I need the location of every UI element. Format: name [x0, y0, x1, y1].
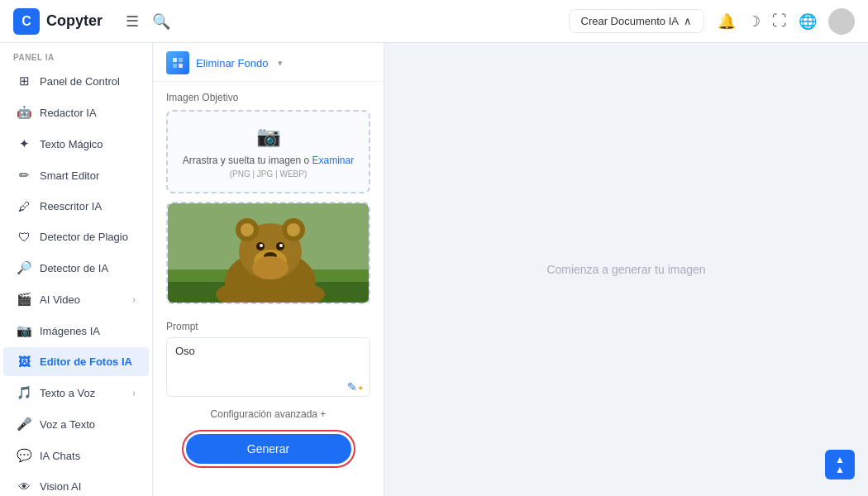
chevron-right-icon: › [132, 294, 136, 304]
sidebar-item-vision-ai[interactable]: 👁 Vision AI [3, 472, 149, 496]
sidebar-item-ia-chats[interactable]: 💬 IA Chats [3, 441, 149, 470]
logo-area: C Copyter [13, 8, 103, 35]
sidebar-item-label: Voz a Texto [40, 418, 136, 431]
svg-rect-2 [173, 64, 177, 68]
svg-rect-3 [179, 64, 183, 68]
fullscreen-icon[interactable]: ⛶ [772, 12, 787, 30]
sidebar-item-label: Vision AI [40, 480, 136, 493]
header-right: Crear Documento IA ∧ 🔔 ☽ ⛶ 🌐 [569, 8, 856, 35]
sidebar: PANEL IA ⊞ Panel de Control 🤖 Redactor I… [0, 43, 153, 496]
sidebar-item-detector-plagio[interactable]: 🛡 Detector de Plagio [3, 222, 149, 251]
logo-box: C [13, 8, 40, 35]
chevron-up-icon: ∧ [684, 15, 692, 27]
examinar-link[interactable]: Examinar [312, 155, 355, 166]
editor-fotos-icon: 🖼 [17, 355, 31, 369]
crear-documento-button[interactable]: Crear Documento IA ∧ [569, 9, 705, 33]
upload-text: Arrastra y suelta tu imagen o Examinar [181, 155, 355, 166]
config-avanzada[interactable]: Configuración avanzada + [153, 403, 384, 425]
sidebar-item-imagenes-ia[interactable]: 📷 Imágenes IA [3, 316, 149, 346]
panel-control-icon: ⊞ [17, 74, 31, 88]
sidebar-item-redactor-ia[interactable]: 🤖 Redactor IA [3, 98, 149, 127]
menu-icon[interactable]: ☰ [126, 12, 139, 31]
sidebar-item-ai-video[interactable]: 🎬 AI Video › [3, 284, 149, 314]
svg-rect-0 [173, 58, 177, 62]
redactor-ia-icon: 🤖 [17, 105, 31, 120]
chevron-right-icon: › [132, 388, 136, 398]
sidebar-item-label: AI Video [40, 293, 124, 306]
prompt-edit-icon: ✎✦ [347, 380, 364, 393]
prompt-label: Prompt [166, 321, 370, 332]
header-action-icons: 🔔 ☽ ⛶ 🌐 [718, 8, 855, 35]
upload-formats: (PNG | JPG | WEBP) [181, 169, 355, 179]
sidebar-item-label: Panel de Control [40, 75, 136, 88]
voz-a-texto-icon: 🎤 [17, 417, 31, 432]
vision-ai-icon: 👁 [17, 479, 31, 494]
generar-wrapper: Generar [153, 425, 384, 473]
imagenes-ia-icon: 📷 [17, 323, 31, 338]
avatar[interactable] [828, 8, 855, 35]
remove-bg-item[interactable]: Eliminar Fondo ▾ [166, 51, 370, 74]
svg-point-17 [260, 244, 263, 247]
config-avanzada-label: Configuración avanzada + [211, 408, 327, 420]
header: C Copyter ☰ 🔍 Crear Documento IA ∧ 🔔 ☽ ⛶… [0, 0, 868, 43]
bear-image [168, 203, 370, 303]
right-panel-placeholder: Comienza a generar tu imagen [546, 263, 705, 276]
scroll-up-icon: ▲▲ [835, 455, 845, 475]
sidebar-item-label: Texto Mágico [40, 138, 136, 150]
body: PANEL IA ⊞ Panel de Control 🤖 Redactor I… [0, 43, 868, 496]
detector-ia-icon: 🔎 [17, 260, 31, 275]
detector-plagio-icon: 🛡 [17, 230, 31, 244]
smart-editor-icon: ✏ [17, 168, 31, 183]
app-name: Copyter [46, 12, 103, 30]
texto-a-voz-icon: 🎵 [17, 385, 31, 400]
remove-bg-icon [166, 51, 189, 74]
ai-video-icon: 🎬 [17, 292, 31, 307]
imagen-objetivo-label: Imagen Objetivo [166, 92, 370, 103]
dropdown-arrow-icon: ▾ [278, 58, 283, 69]
remove-bg-label: Eliminar Fondo [196, 57, 268, 69]
svg-rect-1 [179, 58, 183, 62]
sidebar-item-reescritor-ia[interactable]: 🖊 Reescritor IA [3, 192, 149, 221]
remove-bg-section: Eliminar Fondo ▾ [153, 43, 384, 82]
main-content: Eliminar Fondo ▾ Imagen Objetivo 📷 Arras… [153, 43, 868, 496]
sidebar-item-label: Detector de Plagio [40, 231, 136, 243]
svg-point-18 [279, 244, 283, 247]
ia-chats-icon: 💬 [17, 448, 31, 463]
sidebar-item-label: Imágenes IA [40, 325, 136, 337]
sidebar-item-panel-control[interactable]: ⊞ Panel de Control [3, 66, 149, 96]
sidebar-item-label: Texto a Voz [40, 387, 124, 399]
prompt-section: Prompt Oso ✎✦ [153, 314, 384, 403]
generar-button[interactable]: Generar [186, 434, 351, 464]
sidebar-item-label: Editor de Fotos IA [40, 355, 136, 368]
texto-magico-icon: ✦ [17, 136, 31, 151]
sidebar-item-voz-a-texto[interactable]: 🎤 Voz a Texto [3, 409, 149, 439]
scroll-top-button[interactable]: ▲▲ [825, 450, 855, 479]
sidebar-item-editor-fotos-ia[interactable]: 🖼 Editor de Fotos IA [3, 347, 149, 376]
camera-icon: 📷 [181, 125, 355, 148]
prompt-textarea[interactable]: Oso [166, 337, 370, 397]
logo-letter: C [21, 14, 31, 29]
crear-doc-label: Crear Documento IA [581, 15, 680, 27]
moon-icon[interactable]: ☽ [747, 12, 761, 31]
svg-point-21 [252, 256, 289, 279]
prompt-wrapper: Oso ✎✦ [166, 337, 370, 400]
sidebar-item-smart-editor[interactable]: ✏ Smart Editor [3, 160, 149, 190]
sidebar-item-detector-ia[interactable]: 🔎 Detector de IA [3, 253, 149, 283]
svg-point-10 [241, 223, 254, 236]
sidebar-section-label: PANEL IA [0, 43, 152, 65]
globe-icon[interactable]: 🌐 [799, 12, 817, 31]
notification-icon[interactable]: 🔔 [718, 12, 736, 31]
search-icon[interactable]: 🔍 [152, 12, 170, 31]
editor-panel: Eliminar Fondo ▾ Imagen Objetivo 📷 Arras… [153, 43, 384, 496]
sidebar-item-texto-magico[interactable]: ✦ Texto Mágico [3, 129, 149, 159]
sidebar-item-label: Detector de IA [40, 262, 136, 274]
reescritor-ia-icon: 🖊 [17, 199, 31, 213]
generar-button-outer: Generar [182, 430, 355, 468]
sidebar-item-label: Redactor IA [40, 107, 136, 119]
sidebar-item-label: Reescritor IA [40, 200, 136, 212]
imagen-objetivo-section: Imagen Objetivo 📷 Arrastra y suelta tu i… [153, 82, 384, 314]
bear-image-container [166, 202, 370, 304]
upload-box[interactable]: 📷 Arrastra y suelta tu imagen o Examinar… [166, 110, 370, 193]
sidebar-item-texto-a-voz[interactable]: 🎵 Texto a Voz › [3, 378, 149, 408]
header-left-icons: ☰ 🔍 [126, 12, 170, 31]
